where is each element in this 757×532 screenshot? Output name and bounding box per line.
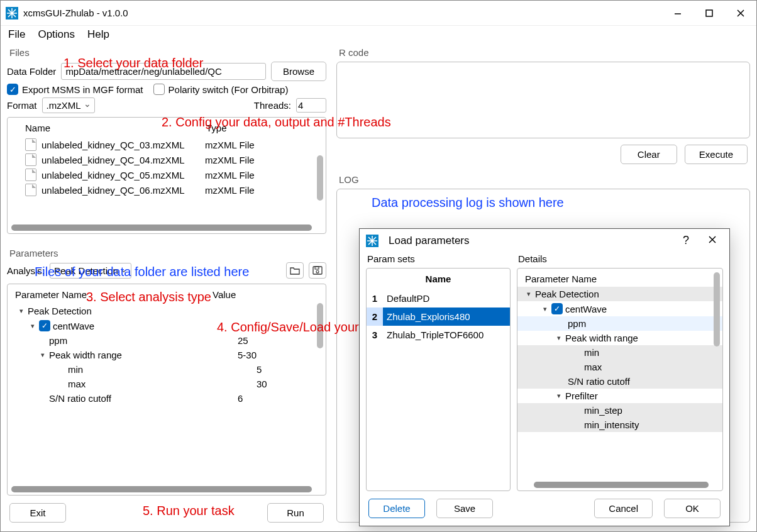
file-type: mzXML File xyxy=(205,140,255,150)
export-msms-checkbox[interactable]: ✓ Export MSMS in MGF format xyxy=(7,84,143,95)
save-params-button[interactable] xyxy=(309,262,326,279)
exit-button[interactable]: Exit xyxy=(9,503,66,523)
dialog-ok-button[interactable]: OK xyxy=(664,499,721,518)
file-row[interactable]: unlabeled_kidney_QC_06.mzXMLmzXML File xyxy=(8,182,326,197)
file-type: mzXML File xyxy=(205,185,255,196)
details-header: Parameter Name xyxy=(517,269,722,287)
annotation-5: 5. Run your task xyxy=(143,504,235,518)
tree-peak-detection[interactable]: Peak Detection xyxy=(28,306,92,316)
file-row[interactable]: unlabeled_kidney_QC_05.mzXMLmzXML File xyxy=(8,167,326,182)
dtree-minstep[interactable]: min_step xyxy=(584,405,622,416)
paramsets-list: Name 1DefaultPD2Zhulab_Exploris4803Zhula… xyxy=(366,268,511,491)
paramsets-header: Name xyxy=(367,269,510,289)
rcode-legend: R code xyxy=(336,46,750,59)
load-parameters-dialog: Load parameters ? Param sets Name 1Defau… xyxy=(359,228,730,526)
menu-help[interactable]: Help xyxy=(87,28,109,41)
load-params-button[interactable] xyxy=(286,262,304,279)
paramset-num: 2 xyxy=(367,308,383,326)
dtree-min[interactable]: min xyxy=(584,347,599,358)
tree-max[interactable]: max xyxy=(68,379,86,389)
paramset-name: Zhulab_TripleTOF6600 xyxy=(383,326,510,344)
file-name: unlabeled_kidney_QC_04.mzXML xyxy=(41,155,205,165)
dtree-pwr[interactable]: Peak width range xyxy=(565,333,638,343)
paramset-name: Zhulab_Exploris480 xyxy=(383,308,510,326)
format-select[interactable]: .mzXML xyxy=(42,97,95,113)
rcode-textarea[interactable] xyxy=(336,62,750,138)
paramset-num: 3 xyxy=(367,326,383,344)
tree-ppm[interactable]: ppm xyxy=(49,335,67,346)
file-type: mzXML File xyxy=(205,170,255,180)
dialog-cancel-button[interactable]: Cancel xyxy=(594,499,653,518)
details-scrollbar-v[interactable] xyxy=(714,272,720,346)
close-button[interactable] xyxy=(725,1,756,26)
tree-centwave[interactable]: centWave xyxy=(53,321,94,331)
dtree-ppm[interactable]: ppm xyxy=(568,318,586,329)
polarity-label: Polarity switch (For Orbitrap) xyxy=(169,84,289,95)
annotation-1: 1. Select your data folder xyxy=(64,56,203,70)
dialog-title: Load parameters xyxy=(389,235,670,247)
dtree-root[interactable]: Peak Detection xyxy=(535,289,599,299)
tree-sn[interactable]: S/N ratio cutoff xyxy=(49,393,111,404)
file-list-scrollbar-v[interactable] xyxy=(317,155,323,201)
tree-sn-val[interactable]: 6 xyxy=(238,393,243,404)
threads-label: Threads: xyxy=(254,100,291,111)
dtree-sn[interactable]: S/N ratio cutoff xyxy=(568,376,630,387)
annotation-files-note: Files of your data folder are listed her… xyxy=(35,265,249,279)
details-tree: Parameter Name ▾Peak Detection ▾✓centWav… xyxy=(517,268,723,491)
export-msms-label: Export MSMS in MGF format xyxy=(22,84,143,95)
maximize-button[interactable] xyxy=(693,1,725,26)
polarity-checkbox[interactable]: Polarity switch (For Orbitrap) xyxy=(153,84,289,95)
titlebar: xcmsGUI-Zhulab - v1.0.0 xyxy=(1,1,756,26)
file-icon xyxy=(25,184,36,196)
menu-file[interactable]: File xyxy=(8,28,25,41)
annotation-3: 3. Select analysis type xyxy=(86,290,211,304)
tree-max-val[interactable]: 30 xyxy=(257,379,267,389)
log-legend: LOG xyxy=(336,173,750,186)
clear-button[interactable]: Clear xyxy=(621,145,677,164)
file-list: Name Type unlabeled_kidney_QC_03.mzXMLmz… xyxy=(7,117,326,234)
dtree-minintensity[interactable]: min_intensity xyxy=(584,419,639,430)
tree-ppm-val[interactable]: 25 xyxy=(238,335,248,346)
file-list-scrollbar-h[interactable] xyxy=(11,224,312,231)
tree-min-val[interactable]: 5 xyxy=(257,364,262,375)
format-label: Format xyxy=(7,100,37,111)
file-name: unlabeled_kidney_QC_06.mzXML xyxy=(41,185,205,196)
file-name: unlabeled_kidney_QC_05.mzXML xyxy=(41,170,205,180)
menubar: File Options Help xyxy=(1,26,756,46)
paramset-num: 1 xyxy=(367,289,383,308)
tree-pwr-val[interactable]: 5-30 xyxy=(238,350,257,360)
run-button[interactable]: Run xyxy=(267,503,324,523)
browse-button[interactable]: Browse xyxy=(271,62,326,81)
tree-pwr[interactable]: Peak width range xyxy=(49,350,122,360)
dtree-centwave[interactable]: centWave xyxy=(565,304,607,314)
dialog-save-button[interactable]: Save xyxy=(436,499,493,518)
paramset-row[interactable]: 2Zhulab_Exploris480 xyxy=(367,308,510,326)
dialog-close-button[interactable] xyxy=(702,235,723,246)
menu-options[interactable]: Options xyxy=(38,28,75,41)
annotation-2: 2. Config your data, output and #Threads xyxy=(162,115,391,130)
app-icon xyxy=(6,7,18,19)
file-icon xyxy=(25,153,36,166)
data-folder-label: Data Folder xyxy=(7,66,56,77)
param-col-value: Value xyxy=(213,289,236,300)
file-icon xyxy=(25,138,36,151)
dialog-delete-button[interactable]: Delete xyxy=(368,499,425,518)
dialog-help-button[interactable]: ? xyxy=(675,234,697,247)
minimize-button[interactable] xyxy=(662,1,693,26)
threads-input[interactable] xyxy=(296,98,326,113)
paramset-row[interactable]: 1DefaultPD xyxy=(367,289,510,308)
file-row[interactable]: unlabeled_kidney_QC_03.mzXMLmzXML File xyxy=(8,137,326,152)
execute-button[interactable]: Execute xyxy=(685,145,748,164)
dtree-prefilter[interactable]: Prefilter xyxy=(565,391,598,401)
paramset-row[interactable]: 3Zhulab_TripleTOF6600 xyxy=(367,326,510,344)
parameters-section: Parameters Analysis: Peak Detection Para… xyxy=(7,247,326,496)
dtree-max[interactable]: max xyxy=(584,362,602,372)
file-row[interactable]: unlabeled_kidney_QC_04.mzXMLmzXML File xyxy=(8,152,326,167)
param-scrollbar-h[interactable] xyxy=(11,486,312,492)
paramset-name: DefaultPD xyxy=(383,289,510,308)
tree-min[interactable]: min xyxy=(68,364,83,375)
parameters-legend: Parameters xyxy=(7,247,326,260)
details-scrollbar-h[interactable] xyxy=(534,482,709,488)
window-title: xcmsGUI-Zhulab - v1.0.0 xyxy=(23,8,128,18)
parameter-table: Parameter Name Value ▾Peak Detection ▾✓c… xyxy=(7,284,326,496)
